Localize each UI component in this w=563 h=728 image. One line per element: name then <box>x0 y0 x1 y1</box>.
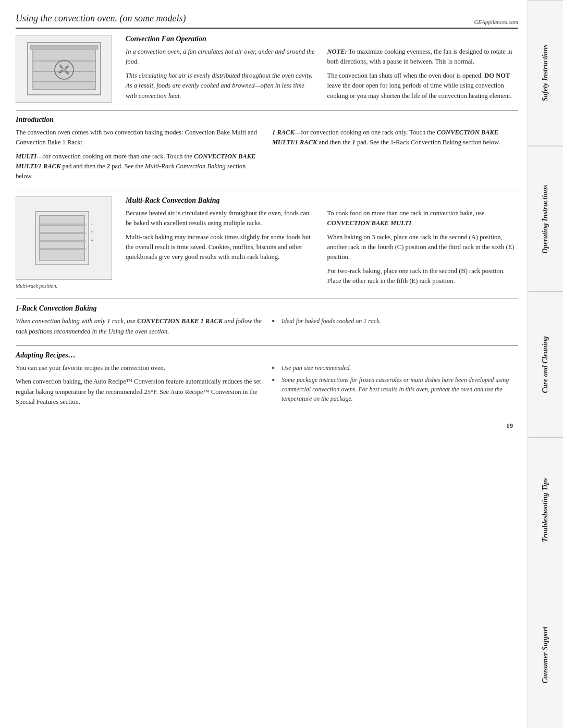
section3-right-p2: When baking on 3 racks, place one rack i… <box>327 232 519 263</box>
sidebar-consumer: Consumer Support <box>528 583 563 728</box>
section3-p2: Multi-rack baking may increase cook time… <box>126 232 317 263</box>
svg-text:C: C <box>91 230 93 234</box>
section5-bullets: Use pan size recommended. Some package i… <box>272 363 518 403</box>
section5-bullet2: Some package instructions for frozen cas… <box>272 375 518 403</box>
multirack-image: ε C A <box>16 196 112 280</box>
sidebar-safety: Safety Instructions <box>528 0 563 146</box>
section-convection-fan: Convection Fan Operation In a convection… <box>16 35 518 110</box>
note-text: To maximize cooking evenness, the fan is… <box>327 48 512 65</box>
section5-bullet1: Use pan size recommended. <box>272 363 518 373</box>
section1-left <box>16 35 117 105</box>
svg-rect-10 <box>39 232 85 233</box>
section1-col-left: In a convection oven, a fan circulates h… <box>126 47 317 105</box>
section-adapting: Adapting Recipes… You can use your favor… <box>16 351 518 416</box>
sidebar-care-label: Care and Cleaning <box>541 336 550 393</box>
section1-note: NOTE: To maximize cooking evenness, the … <box>327 47 519 67</box>
note-label: NOTE: <box>327 48 347 55</box>
section4-p1: When convection baking with only 1 rack,… <box>16 316 262 337</box>
section-onerack: 1-Rack Convection Baking When convection… <box>16 304 518 346</box>
svg-rect-8 <box>39 216 84 261</box>
svg-rect-9 <box>39 224 85 225</box>
section2-heading: Introduction <box>16 116 518 124</box>
section3-right-p1: To cook food on more than one rack in co… <box>327 208 519 229</box>
section3-heading: Multi-Rack Convection Baking <box>126 196 518 205</box>
section4-bullet1: Ideal for baked foods cooked on 1 rack. <box>272 316 518 326</box>
page-number: 19 <box>16 422 518 430</box>
section2-p1: The convection oven comes with two conve… <box>16 128 262 148</box>
section3-left: ε C A Multi-rack position. <box>16 196 117 294</box>
section2-content: Introduction The convection oven comes w… <box>16 116 518 186</box>
section2-right-p1: 1 RACK—for convection cooking on one rac… <box>272 128 518 148</box>
section2-p2: MULTI—for convection cooking on more tha… <box>16 152 262 182</box>
section3-caption: Multi-rack position. <box>16 282 117 290</box>
section3-p1: Because heated air is circulated evenly … <box>126 208 317 229</box>
svg-rect-1 <box>33 48 95 90</box>
website-url: GEAppliances.com <box>474 19 518 25</box>
section1-heading: Convection Fan Operation <box>126 35 518 43</box>
svg-rect-6 <box>30 45 98 50</box>
section-multirack: ε C A Multi-rack position. Multi-Rack Co… <box>16 196 518 300</box>
section3-col-right: To cook food on more than one rack in co… <box>327 208 519 290</box>
section4-bullets: Ideal for baked foods cooked on 1 rack. <box>272 316 518 326</box>
sidebar-troubleshooting: Troubleshooting Tips <box>528 437 563 583</box>
svg-text:ε: ε <box>91 222 92 226</box>
svg-rect-11 <box>39 240 85 242</box>
section5-p1: You can use your favorite recipes in the… <box>16 363 262 373</box>
sidebar-operating: Operating Instructions <box>528 146 563 292</box>
section3-right: Multi-Rack Convection Baking Because hea… <box>126 196 518 294</box>
svg-text:A: A <box>90 238 93 242</box>
sidebar-care: Care and Cleaning <box>528 291 563 437</box>
section1-col-right: NOTE: To maximize cooking evenness, the … <box>327 47 519 105</box>
sidebar-troubleshooting-label: Troubleshooting Tips <box>541 478 550 542</box>
sidebar-safety-label: Safety Instructions <box>541 45 550 102</box>
section3-col-left: Because heated air is circulated evenly … <box>126 208 317 290</box>
section4-col-right: Ideal for baked foods cooked on 1 rack. <box>272 316 518 340</box>
sidebar-consumer-label: Consumer Support <box>541 627 550 684</box>
section4-col-left: When convection baking with only 1 rack,… <box>16 316 262 340</box>
oven-fan-image <box>16 35 112 103</box>
section5-col-left: You can use your favorite recipes in the… <box>16 363 262 411</box>
section5-heading: Adapting Recipes… <box>16 351 518 360</box>
section4-heading: 1-Rack Convection Baking <box>16 304 518 313</box>
section5-p2: When convection baking, the Auto Recipe™… <box>16 377 262 407</box>
section2-col-right: 1 RACK—for convection cooking on one rac… <box>272 128 518 186</box>
right-sidebar: Safety Instructions Operating Instructio… <box>528 0 563 728</box>
title-sub: (on some models) <box>117 13 186 23</box>
sidebar-operating-label: Operating Instructions <box>541 184 550 253</box>
section1-right: Convection Fan Operation In a convection… <box>126 35 518 105</box>
title-main: Using the convection oven. <box>16 13 117 23</box>
section-introduction: Introduction The convection oven comes w… <box>16 116 518 191</box>
svg-rect-12 <box>39 248 85 250</box>
page-header: Using the convection oven. (on some mode… <box>16 9 518 29</box>
section3-right-p3: For two-rack baking, place one rack in t… <box>327 266 519 287</box>
section1-p1: In a convection oven, a fan circulates h… <box>126 47 317 67</box>
section1-p2: This circulating hot air is evenly distr… <box>126 71 317 101</box>
section1-p3: The convection fan shuts off when the ov… <box>327 71 519 101</box>
section5-col-right: Use pan size recommended. Some package i… <box>272 363 518 411</box>
page-title: Using the convection oven. (on some mode… <box>16 9 186 25</box>
section2-col-left: The convection oven comes with two conve… <box>16 128 262 186</box>
